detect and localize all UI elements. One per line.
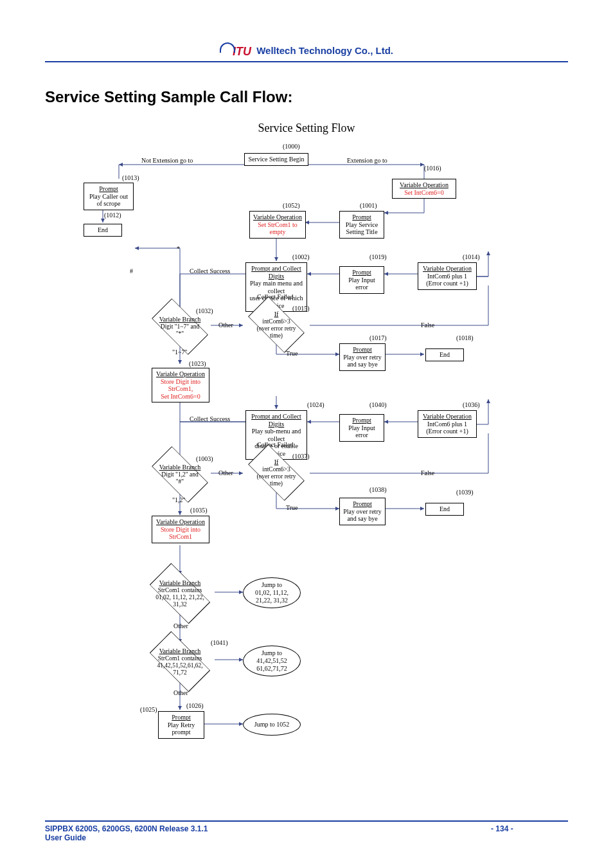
node-line: Play sub-menu and collect <box>252 428 301 442</box>
node-prompt-1001: Prompt Play Service Setting Title <box>339 211 384 239</box>
node-line: 41,42,51,52 <box>256 657 287 664</box>
edge-label: False <box>421 321 434 329</box>
node-line: StrCom1 <box>169 533 192 540</box>
node-if-1037: If intCom6>3 (over error retry time) <box>241 453 312 493</box>
edge-label: "1~7" <box>172 348 188 356</box>
edge-label: * <box>177 245 180 252</box>
edge-label: Extension go to <box>347 157 387 164</box>
node-line: Store Digit into <box>161 526 200 533</box>
node-line: Store Digit into <box>161 378 200 385</box>
header-divider <box>45 61 568 62</box>
node-line: 01,02, 11,12, <box>255 589 289 596</box>
node-line: StrCom1 contains <box>158 587 202 593</box>
node-title: Variable Operation <box>156 518 205 525</box>
node-id: (1017) <box>369 334 387 341</box>
node-line: Play main menu and collect <box>250 280 303 294</box>
edge-label: Not Extension go to <box>141 157 193 164</box>
logo-icon: ITU <box>220 45 251 59</box>
node-line: 31,32 <box>173 601 186 607</box>
node-prompt-1026: Prompt Play Retry prompt <box>158 711 204 739</box>
node-line: StrCom1 contains <box>158 655 202 662</box>
node-prompt-caller-out: Prompt Play Caller out of scrope <box>84 183 134 210</box>
node-title: Prompt <box>352 417 371 424</box>
edge-label: False <box>421 469 434 476</box>
node-title: Prompt <box>352 269 371 276</box>
node-id: (1016) <box>424 165 441 172</box>
node-var-op-1052: Variable Operation Set StrCom1 to empty <box>249 211 306 239</box>
edge-label: Collect Success <box>190 267 230 275</box>
node-service-setting-begin: Service Setting Begin <box>244 153 308 166</box>
node-line: Play Input error <box>348 424 375 439</box>
node-line: and say bye <box>347 515 377 522</box>
node-prompt-1017: Prompt Play over retry and say bye <box>339 343 386 371</box>
node-line: Play Input error <box>348 276 375 291</box>
page-footer: SIPPBX 6200S, 6200GS, 6200N Release 3.1.… <box>45 820 568 842</box>
node-line: (over error retry <box>256 473 296 480</box>
node-text: Service Setting Begin <box>248 156 304 163</box>
edge-label: Collect Failed <box>257 441 293 448</box>
node-line: Jump to <box>262 581 282 588</box>
node-var-op-1014: Variable Operation IntCom6 plus 1 (Error… <box>418 262 477 290</box>
node-line: Play Caller out <box>89 193 128 200</box>
node-id: (1038) <box>369 486 387 493</box>
node-line: (Error count +1) <box>426 280 468 287</box>
node-title: Variable Operation <box>423 413 472 420</box>
node-line: Play Service <box>346 221 378 228</box>
edge-label: True <box>286 350 298 357</box>
node-line: "*" <box>176 330 184 337</box>
node-line: (over error retry <box>256 325 296 332</box>
node-title: Prompt and Collect Digits <box>251 265 301 280</box>
node-line: Play over retry <box>343 508 381 515</box>
node-id: (1019) <box>369 253 387 260</box>
node-line: 61,62,71,72 <box>256 665 287 672</box>
node-id: (1024) <box>307 401 324 408</box>
node-jump-3: Jump to 1052 <box>243 714 301 736</box>
node-title: If <box>274 311 279 318</box>
node-line: empty <box>270 228 286 235</box>
footer-product: SIPPBX 6200S, 6200GS, 6200N Release 3.1.… <box>45 824 208 833</box>
node-title: Variable Operation <box>400 181 449 188</box>
node-branch-1041: Variable Branch StrCom1 contains 41,42,5… <box>143 639 217 684</box>
node-line: time) <box>270 480 283 486</box>
node-line: of scrope <box>97 200 121 207</box>
node-text: Jump to 1052 <box>254 721 289 728</box>
node-id: (1052) <box>283 202 300 209</box>
footer-page-number: - 134 - <box>486 824 568 842</box>
node-line: and say bye <box>347 361 377 368</box>
node-title: Variable Operation <box>423 265 472 272</box>
footer-doc: User Guide <box>45 833 86 842</box>
node-title: Variable Branch <box>159 579 201 586</box>
node-title: Prompt <box>353 500 371 507</box>
node-id: (1001) <box>360 202 377 209</box>
page: ITU Welltech Technology Co., Ltd. Servic… <box>0 0 613 868</box>
node-var-op-1016: Variable Operation Set IntCom6=0 <box>392 179 456 199</box>
node-line: Jump to <box>262 649 282 656</box>
node-title: Prompt <box>352 213 371 221</box>
node-branch-vb1: Variable Branch StrCom1 contains 01,02, … <box>143 571 217 616</box>
node-prompt-1038: Prompt Play over retry and say bye <box>339 498 386 525</box>
node-line: 01,02, 11,12, 21,22, <box>155 594 204 601</box>
node-id: (1000) <box>283 143 300 150</box>
edge-label: Other <box>173 622 188 629</box>
node-line: StrCom1, <box>168 385 193 392</box>
node-line: 41,42,51,52,61,62, <box>157 662 202 669</box>
node-prompt-1019: Prompt Play Input error <box>339 266 384 294</box>
node-line: 71,72 <box>173 669 186 675</box>
edge-label: Collect Failed <box>257 293 293 300</box>
node-line: Play Retry <box>168 721 195 728</box>
node-line: "#" <box>176 478 184 485</box>
node-line: prompt <box>172 728 191 736</box>
node-line: Play over retry <box>343 354 381 361</box>
node-end-1012: End <box>84 224 122 237</box>
node-if-1015: If intCom6>3 (over error retry time) <box>241 305 312 345</box>
edge-label: True <box>286 504 298 511</box>
page-header: ITU Welltech Technology Co., Ltd. <box>45 45 568 59</box>
node-jump-1: Jump to 01,02, 11,12, 21,22, 31,32 <box>243 577 301 608</box>
node-id: (1012) <box>104 212 121 219</box>
node-var-op-1035: Variable Operation Store Digit into StrC… <box>152 516 209 543</box>
node-line: Digit "1,2" and <box>161 471 199 478</box>
node-end-1039: End <box>425 503 464 516</box>
flowchart-title: Service Setting Flow <box>45 122 568 135</box>
edge-label: Collect Success <box>190 415 230 422</box>
node-id: (1018) <box>456 334 474 341</box>
